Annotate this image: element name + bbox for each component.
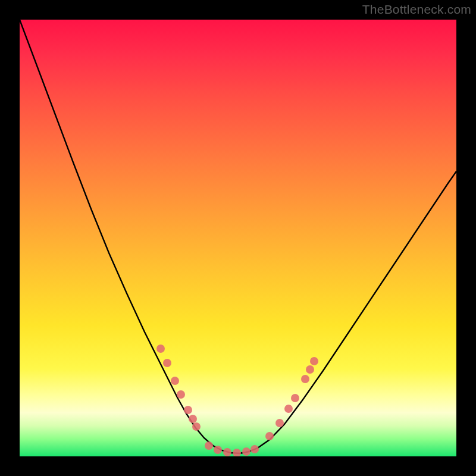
bottleneck-curve <box>20 20 456 453</box>
data-dot <box>223 448 231 456</box>
data-dot <box>156 345 165 353</box>
data-dot <box>306 365 314 374</box>
data-dot <box>284 405 293 413</box>
data-dot <box>177 390 185 399</box>
dot-cluster-bottom <box>205 441 259 456</box>
data-dot <box>242 447 250 456</box>
app-frame: TheBottleneck.com <box>0 0 476 476</box>
data-dot <box>265 432 274 440</box>
data-dot <box>310 357 318 365</box>
data-dot <box>184 406 192 414</box>
data-dot <box>233 449 241 456</box>
bottleneck-chart-svg <box>20 20 456 456</box>
data-dot <box>291 394 299 402</box>
data-dot <box>275 419 284 427</box>
data-dot <box>214 446 222 454</box>
data-dot <box>250 445 259 453</box>
data-dot <box>192 422 201 431</box>
data-dot <box>189 415 197 423</box>
gradient-plot-area <box>20 20 456 456</box>
data-dot <box>171 377 179 385</box>
data-dot <box>205 441 213 450</box>
data-dot <box>163 359 171 367</box>
data-dot <box>301 375 309 383</box>
watermark-text: TheBottleneck.com <box>362 2 471 17</box>
dot-cluster-right <box>265 357 318 440</box>
dot-cluster-left <box>156 345 201 431</box>
